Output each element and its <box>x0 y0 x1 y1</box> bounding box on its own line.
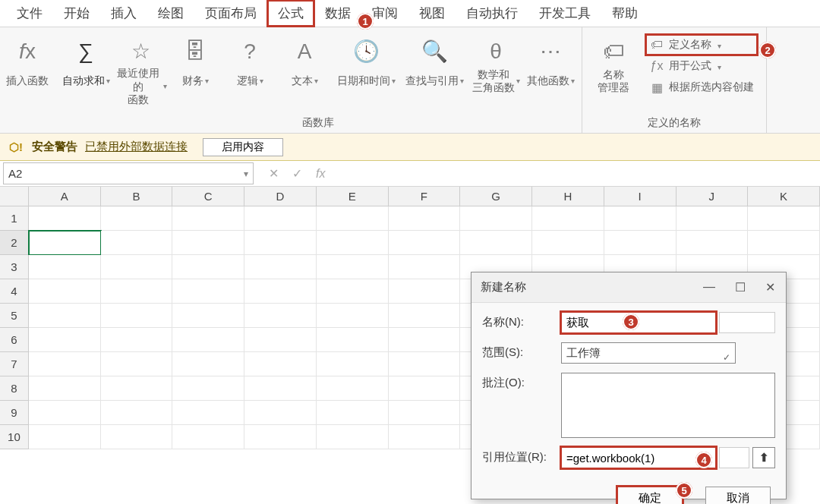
cell[interactable] <box>389 279 461 304</box>
col-header[interactable]: D <box>244 187 317 206</box>
cell[interactable] <box>460 206 532 231</box>
confirm-formula-icon[interactable]: ✓ <box>292 166 302 181</box>
row-header[interactable]: 1 <box>0 206 29 231</box>
col-header[interactable]: F <box>389 187 461 206</box>
name-box[interactable]: A2 <box>3 162 254 184</box>
tab-view[interactable]: 视图 <box>408 0 456 27</box>
close-icon[interactable]: ✕ <box>765 280 775 295</box>
warning-msg[interactable]: 已禁用外部数据连接 <box>85 140 188 154</box>
cell[interactable] <box>389 425 461 449</box>
cell[interactable] <box>101 328 173 352</box>
col-header[interactable]: K <box>748 187 820 206</box>
textarea-comment[interactable] <box>561 373 775 438</box>
cell[interactable] <box>101 304 173 328</box>
maximize-icon[interactable]: ☐ <box>735 280 746 295</box>
cell[interactable] <box>604 206 676 231</box>
cell[interactable] <box>29 328 101 352</box>
btn-use-in-formula[interactable]: ƒx 用于公式 <box>646 56 757 76</box>
cell[interactable] <box>101 279 173 304</box>
cell[interactable] <box>317 425 389 449</box>
cell[interactable] <box>389 304 461 328</box>
cell[interactable] <box>101 206 173 231</box>
col-header[interactable]: A <box>29 187 101 206</box>
col-header[interactable]: C <box>172 187 244 206</box>
cell[interactable] <box>172 231 244 255</box>
cell[interactable] <box>29 401 101 425</box>
tab-home[interactable]: 开始 <box>53 0 100 27</box>
input-refers-to[interactable] <box>561 447 716 468</box>
btn-define-name[interactable]: 🏷 定义名称 <box>646 35 757 55</box>
row-header[interactable]: 4 <box>0 279 29 304</box>
btn-morefn[interactable]: ⋯ 其他函数 <box>524 32 577 96</box>
input-name-ext[interactable] <box>719 312 775 333</box>
btn-create-from-selection[interactable]: ▦ 根据所选内容创建 <box>646 77 757 97</box>
tab-file[interactable]: 文件 <box>6 0 53 27</box>
tab-data[interactable]: 数据 <box>314 0 361 27</box>
cell[interactable] <box>172 255 244 279</box>
tab-draw[interactable]: 绘图 <box>147 0 194 27</box>
row-header[interactable]: 5 <box>0 304 29 328</box>
cell[interactable] <box>748 231 820 255</box>
cell[interactable] <box>317 255 389 279</box>
cell[interactable] <box>389 328 461 352</box>
cell[interactable] <box>317 279 389 304</box>
cell[interactable] <box>460 231 532 255</box>
tab-dev[interactable]: 开发工具 <box>528 0 601 27</box>
cell[interactable] <box>389 206 461 231</box>
cell[interactable] <box>244 231 317 255</box>
range-picker-icon[interactable]: ⬆ <box>752 447 775 468</box>
cell[interactable] <box>29 304 101 328</box>
cell[interactable] <box>532 231 604 255</box>
tab-auto[interactable]: 自动执行 <box>456 0 528 27</box>
cell[interactable] <box>101 231 173 255</box>
cell[interactable] <box>244 255 317 279</box>
cell[interactable] <box>244 328 317 352</box>
cell[interactable] <box>101 401 173 425</box>
cell[interactable] <box>317 206 389 231</box>
col-header[interactable]: G <box>460 187 532 206</box>
row-header[interactable]: 3 <box>0 255 29 279</box>
tab-formulas[interactable]: 公式 <box>267 0 314 27</box>
row-header[interactable]: 8 <box>0 376 29 401</box>
cell[interactable] <box>317 304 389 328</box>
cell[interactable] <box>604 231 676 255</box>
cell[interactable] <box>172 304 244 328</box>
cell[interactable] <box>676 206 749 231</box>
btn-name-manager[interactable]: 🏷 名称 管理器 <box>587 32 640 96</box>
row-header[interactable]: 2 <box>0 231 29 255</box>
btn-financial[interactable]: 🗄 财务 <box>169 32 222 96</box>
cell[interactable] <box>389 352 461 376</box>
cell[interactable] <box>244 279 317 304</box>
btn-recent[interactable]: ☆ 最近使用的 函数 <box>114 32 167 107</box>
formula-input[interactable] <box>337 161 820 186</box>
select-all-corner[interactable] <box>0 187 29 206</box>
cell[interactable] <box>172 206 244 231</box>
cell[interactable] <box>29 255 101 279</box>
row-header[interactable]: 7 <box>0 352 29 376</box>
select-scope[interactable]: 工作簿 <box>561 342 736 364</box>
cell[interactable] <box>244 425 317 449</box>
cell[interactable] <box>244 352 317 376</box>
cell[interactable] <box>317 231 389 255</box>
btn-autosum[interactable]: ∑ 自动求和 <box>59 32 112 96</box>
col-header[interactable]: H <box>532 187 604 206</box>
cell[interactable] <box>172 425 244 449</box>
row-header[interactable]: 6 <box>0 328 29 352</box>
row-header[interactable]: 9 <box>0 401 29 425</box>
btn-lookup[interactable]: 🔍 查找与引用 <box>401 32 468 96</box>
cell[interactable] <box>389 401 461 425</box>
cell[interactable] <box>29 425 101 449</box>
cell[interactable] <box>317 352 389 376</box>
cancel-button[interactable]: 取消 <box>705 487 771 504</box>
btn-datetime[interactable]: 🕓 日期和时间 <box>333 32 399 96</box>
cell[interactable] <box>29 376 101 401</box>
tab-help[interactable]: 帮助 <box>601 0 648 27</box>
btn-mathtrig[interactable]: θ 数学和 三角函数 <box>469 32 522 96</box>
cell[interactable] <box>101 255 173 279</box>
cell[interactable] <box>317 401 389 425</box>
cell[interactable] <box>29 206 101 231</box>
cell[interactable] <box>29 231 101 255</box>
cell[interactable] <box>532 206 604 231</box>
col-header[interactable]: E <box>317 187 389 206</box>
cell[interactable] <box>29 279 101 304</box>
